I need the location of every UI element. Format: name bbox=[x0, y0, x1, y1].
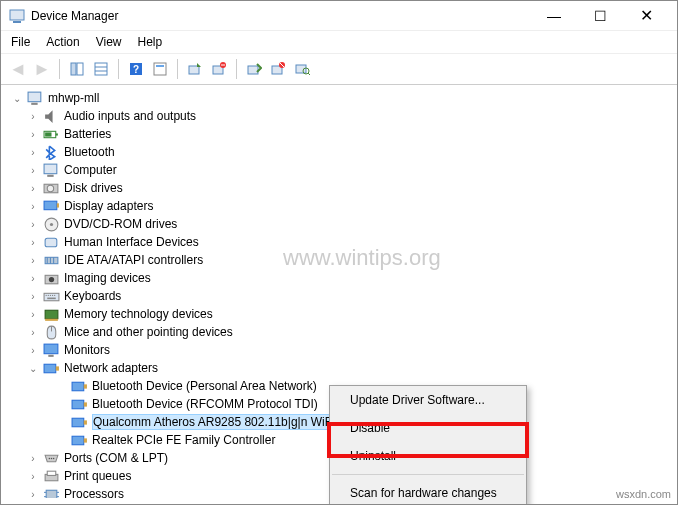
disable-button[interactable] bbox=[267, 58, 289, 80]
category-row[interactable]: ›Mice and other pointing devices bbox=[3, 323, 675, 341]
category-label: Bluetooth bbox=[64, 145, 115, 159]
category-row[interactable]: ›DVD/CD-ROM drives bbox=[3, 215, 675, 233]
svg-point-29 bbox=[47, 185, 53, 191]
chevron-right-icon[interactable]: › bbox=[27, 471, 39, 482]
category-row[interactable]: ›IDE ATA/ATAPI controllers bbox=[3, 251, 675, 269]
svg-line-20 bbox=[308, 73, 310, 75]
forward-button[interactable]: ► bbox=[31, 58, 53, 80]
category-row[interactable]: ›Bluetooth bbox=[3, 143, 675, 161]
svg-rect-3 bbox=[77, 63, 83, 75]
show-tree-button[interactable] bbox=[66, 58, 88, 80]
chevron-right-icon[interactable]: › bbox=[27, 273, 39, 284]
menu-action[interactable]: Action bbox=[46, 35, 79, 49]
window-title: Device Manager bbox=[31, 9, 531, 23]
svg-point-45 bbox=[52, 294, 53, 295]
svg-point-43 bbox=[48, 294, 49, 295]
chevron-right-icon[interactable]: › bbox=[27, 327, 39, 338]
chevron-right-icon[interactable]: › bbox=[27, 165, 39, 176]
svg-point-42 bbox=[46, 294, 47, 295]
category-row[interactable]: ›Keyboards bbox=[3, 287, 675, 305]
chevron-right-icon[interactable]: › bbox=[27, 147, 39, 158]
category-row[interactable]: ›Computer bbox=[3, 161, 675, 179]
chevron-down-icon[interactable]: ⌄ bbox=[11, 93, 23, 104]
category-label: Disk drives bbox=[64, 181, 123, 195]
network-adapter-icon bbox=[71, 397, 88, 412]
computer-root[interactable]: ⌄ mhwp-mll bbox=[3, 89, 675, 107]
svg-point-33 bbox=[50, 222, 53, 225]
uninstall-button[interactable] bbox=[208, 58, 230, 80]
svg-rect-9 bbox=[154, 63, 166, 75]
category-row[interactable]: ›Batteries bbox=[3, 125, 675, 143]
chevron-right-icon[interactable]: › bbox=[27, 129, 39, 140]
category-row[interactable]: ⌄Network adapters bbox=[3, 359, 675, 377]
chevron-right-icon[interactable]: › bbox=[27, 291, 39, 302]
chevron-right-icon[interactable]: › bbox=[27, 255, 39, 266]
chevron-right-icon[interactable]: › bbox=[27, 309, 39, 320]
category-label: IDE ATA/ATAPI controllers bbox=[64, 253, 203, 267]
svg-rect-61 bbox=[72, 436, 84, 445]
svg-rect-24 bbox=[56, 133, 58, 135]
chevron-right-icon[interactable]: › bbox=[27, 201, 39, 212]
chevron-right-icon[interactable]: › bbox=[27, 237, 39, 248]
cm-uninstall[interactable]: Uninstall bbox=[330, 442, 526, 470]
chevron-right-icon[interactable]: › bbox=[27, 489, 39, 499]
svg-rect-21 bbox=[28, 92, 41, 102]
category-icon bbox=[43, 325, 60, 340]
category-label: Imaging devices bbox=[64, 271, 151, 285]
category-label: Human Interface Devices bbox=[64, 235, 199, 249]
device-label: Bluetooth Device (RFCOMM Protocol TDI) bbox=[92, 397, 318, 411]
svg-rect-59 bbox=[72, 418, 84, 427]
chevron-right-icon[interactable]: › bbox=[27, 345, 39, 356]
svg-rect-49 bbox=[45, 318, 58, 320]
menubar: File Action View Help bbox=[1, 31, 677, 54]
category-icon bbox=[43, 361, 60, 376]
category-label: Processors bbox=[64, 487, 124, 498]
cm-update-driver[interactable]: Update Driver Software... bbox=[330, 386, 526, 414]
category-row[interactable]: ›Imaging devices bbox=[3, 269, 675, 287]
chevron-right-icon[interactable]: › bbox=[27, 111, 39, 122]
category-row[interactable]: ›Monitors bbox=[3, 341, 675, 359]
menu-help[interactable]: Help bbox=[138, 35, 163, 49]
svg-rect-27 bbox=[47, 174, 53, 176]
titlebar: Device Manager — ☐ ✕ bbox=[1, 1, 677, 31]
credit-text: wsxdn.com bbox=[616, 488, 671, 500]
cm-disable[interactable]: Disable bbox=[330, 414, 526, 442]
category-label: Audio inputs and outputs bbox=[64, 109, 196, 123]
category-row[interactable]: ›Memory technology devices bbox=[3, 305, 675, 323]
category-row[interactable]: ›Audio inputs and outputs bbox=[3, 107, 675, 125]
svg-rect-58 bbox=[84, 402, 87, 406]
chevron-down-icon[interactable]: ⌄ bbox=[27, 363, 39, 374]
help-button[interactable]: ? bbox=[125, 58, 147, 80]
chevron-right-icon[interactable]: › bbox=[27, 219, 39, 230]
separator bbox=[59, 59, 60, 79]
back-button[interactable]: ◄ bbox=[7, 58, 29, 80]
minimize-button[interactable]: — bbox=[531, 1, 577, 31]
network-adapter-icon bbox=[71, 415, 88, 430]
category-icon bbox=[43, 307, 60, 322]
svg-rect-34 bbox=[45, 238, 57, 247]
scan-hardware-button[interactable] bbox=[291, 58, 313, 80]
close-button[interactable]: ✕ bbox=[623, 1, 669, 31]
separator bbox=[332, 474, 524, 475]
enable-button[interactable] bbox=[243, 58, 265, 80]
properties-button[interactable] bbox=[149, 58, 171, 80]
category-icon bbox=[43, 145, 60, 160]
category-row[interactable]: ›Disk drives bbox=[3, 179, 675, 197]
svg-rect-41 bbox=[44, 293, 59, 300]
svg-point-44 bbox=[50, 294, 51, 295]
menu-view[interactable]: View bbox=[96, 35, 122, 49]
chevron-right-icon[interactable]: › bbox=[27, 183, 39, 194]
chevron-right-icon[interactable]: › bbox=[27, 453, 39, 464]
update-driver-button[interactable] bbox=[184, 58, 206, 80]
menu-file[interactable]: File bbox=[11, 35, 30, 49]
category-label: Batteries bbox=[64, 127, 111, 141]
maximize-button[interactable]: ☐ bbox=[577, 1, 623, 31]
category-icon bbox=[43, 289, 60, 304]
category-row[interactable]: ›Display adapters bbox=[3, 197, 675, 215]
svg-rect-31 bbox=[57, 203, 59, 207]
show-list-button[interactable] bbox=[90, 58, 112, 80]
context-menu: Update Driver Software... Disable Uninst… bbox=[329, 385, 527, 505]
category-icon bbox=[43, 163, 60, 178]
category-row[interactable]: ›Human Interface Devices bbox=[3, 233, 675, 251]
cm-scan-hardware[interactable]: Scan for hardware changes bbox=[330, 479, 526, 505]
